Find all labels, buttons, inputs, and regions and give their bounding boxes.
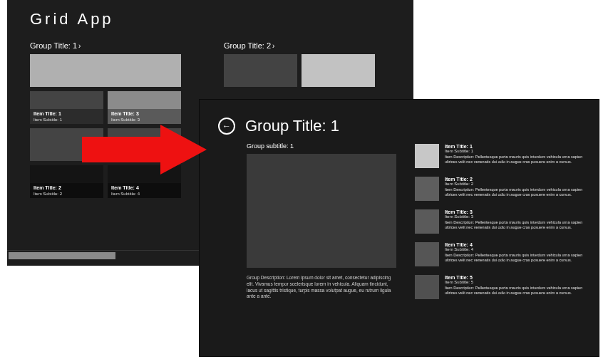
list-item[interactable]: Item Title: 1 Item Subtitle: 1 Item Desc… xyxy=(415,144,587,168)
tile-caption: Item Title: 2 Item Subtitle: 2 xyxy=(30,183,103,198)
item-text: Item Title: 3 Item Subtitle: 3 Item Desc… xyxy=(445,209,587,234)
item-subtitle: Item Subtitle: 1 xyxy=(445,149,587,153)
detail-description: Group Description: Lorem ipsum dolor sit… xyxy=(247,275,396,300)
item-subtitle: Item Subtitle: 3 xyxy=(445,214,587,219)
tile-item-1[interactable]: Item Title: 1 Item Subtitle: 1 xyxy=(30,91,103,124)
detail-left-column: Group subtitle: 1 Group Description: Lor… xyxy=(247,142,396,300)
tile-item-4[interactable]: Item Title: 4 Item Subtitle: 4 xyxy=(108,165,181,198)
tile-title: Item Title: 3 xyxy=(111,111,177,116)
item-title: Item Title: 4 xyxy=(445,242,587,247)
item-text: Item Title: 4 Item Subtitle: 4 Item Desc… xyxy=(445,242,587,266)
group-1-header[interactable]: Group Title: 1 › xyxy=(30,41,181,50)
item-subtitle: Item Subtitle: 5 xyxy=(445,280,587,284)
group-detail-page: ← Group Title: 1 Group subtitle: 1 Group… xyxy=(200,100,599,356)
tile-spacer-a[interactable] xyxy=(30,128,103,161)
item-subtitle: Item Subtitle: 2 xyxy=(445,182,587,186)
item-thumbnail xyxy=(415,177,439,201)
tile-title: Item Title: 2 xyxy=(34,185,100,190)
tile-subtitle: Item Subtitle: 3 xyxy=(111,118,177,122)
detail-item-list: Item Title: 1 Item Subtitle: 1 Item Desc… xyxy=(415,142,587,300)
item-text: Item Title: 2 Item Subtitle: 2 Item Desc… xyxy=(445,177,587,201)
chevron-right-icon: › xyxy=(272,42,274,50)
item-thumbnail xyxy=(415,144,439,168)
item-description: Item Description: Pellentesque porta mau… xyxy=(445,187,587,197)
item-thumbnail xyxy=(415,242,439,266)
group-2-tiles xyxy=(224,54,375,87)
item-text: Item Title: 5 Item Subtitle: 5 Item Desc… xyxy=(445,275,587,299)
group-2-tile-a[interactable] xyxy=(224,54,297,87)
item-text: Item Title: 1 Item Subtitle: 1 Item Desc… xyxy=(445,144,587,168)
tile-subtitle: Item Subtitle: 2 xyxy=(34,192,100,196)
tile-spacer-b[interactable] xyxy=(108,128,181,161)
item-description: Item Description: Pellentesque porta mau… xyxy=(445,220,587,230)
back-button[interactable]: ← xyxy=(218,118,235,135)
group-2-header[interactable]: Group Title: 2 › xyxy=(224,41,375,50)
tile-title: Item Title: 4 xyxy=(111,185,177,190)
item-thumbnail xyxy=(415,209,439,234)
group-1-tiles: Item Title: 1 Item Subtitle: 1 Item Titl… xyxy=(30,54,181,198)
item-title: Item Title: 5 xyxy=(445,275,587,280)
group-2-tile-b[interactable] xyxy=(302,54,375,87)
tile-item-3[interactable]: Item Title: 3 Item Subtitle: 3 xyxy=(108,91,181,124)
list-item[interactable]: Item Title: 4 Item Subtitle: 4 Item Desc… xyxy=(415,242,587,266)
item-title: Item Title: 2 xyxy=(445,177,587,182)
group-1-hero-tile[interactable] xyxy=(30,54,181,87)
detail-hero-image xyxy=(247,154,396,268)
detail-header: ← Group Title: 1 xyxy=(218,117,599,135)
tile-caption: Item Title: 3 Item Subtitle: 3 xyxy=(108,109,181,124)
back-arrow-icon: ← xyxy=(222,122,231,130)
tile-title: Item Title: 1 xyxy=(34,111,100,116)
item-thumbnail xyxy=(415,275,439,299)
group-1-title: Group Title: 1 xyxy=(30,41,77,50)
tile-caption: Item Title: 1 Item Subtitle: 1 xyxy=(30,109,103,124)
tile-subtitle: Item Subtitle: 1 xyxy=(34,118,100,122)
app-title: Grid App xyxy=(30,10,413,28)
tile-subtitle: Item Subtitle: 4 xyxy=(111,192,177,196)
item-description: Item Description: Pellentesque porta mau… xyxy=(445,155,587,165)
list-item[interactable]: Item Title: 5 Item Subtitle: 5 Item Desc… xyxy=(415,275,587,299)
scrollbar-thumb[interactable] xyxy=(9,252,115,259)
list-item[interactable]: Item Title: 2 Item Subtitle: 2 Item Desc… xyxy=(415,177,587,201)
tile-caption: Item Title: 4 Item Subtitle: 4 xyxy=(108,183,181,198)
chevron-right-icon: › xyxy=(78,42,81,50)
item-title: Item Title: 1 xyxy=(445,144,587,149)
detail-title: Group Title: 1 xyxy=(245,117,339,135)
tile-item-2[interactable]: Item Title: 2 Item Subtitle: 2 xyxy=(30,165,103,198)
detail-body: Group subtitle: 1 Group Description: Lor… xyxy=(218,142,599,300)
detail-subtitle: Group subtitle: 1 xyxy=(247,142,396,150)
item-description: Item Description: Pellentesque porta mau… xyxy=(445,253,587,263)
item-subtitle: Item Subtitle: 4 xyxy=(445,247,587,251)
group-1: Group Title: 1 › Item Title: 1 Item Subt… xyxy=(30,41,181,198)
item-description: Item Description: Pellentesque porta mau… xyxy=(445,286,587,296)
group-2-title: Group Title: 2 xyxy=(224,41,271,50)
item-title: Item Title: 3 xyxy=(445,209,587,214)
list-item[interactable]: Item Title: 3 Item Subtitle: 3 Item Desc… xyxy=(415,209,587,234)
